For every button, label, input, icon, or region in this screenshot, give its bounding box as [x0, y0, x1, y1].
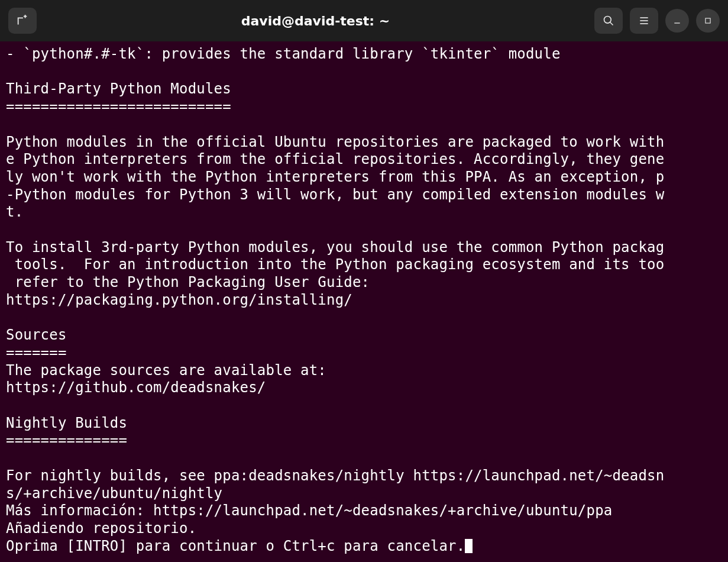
search-icon [603, 15, 614, 27]
svg-point-0 [604, 17, 611, 24]
terminal-viewport[interactable]: - `python#.#-tk`: provides the standard … [0, 41, 728, 562]
svg-line-1 [610, 22, 613, 25]
maximize-icon [704, 17, 712, 25]
titlebar: david@david-test: ~ [0, 0, 728, 41]
terminal-prompt-line: Oprima [INTRO] para continuar o Ctrl+c p… [6, 538, 465, 554]
minimize-icon [672, 16, 682, 25]
minimize-button[interactable] [665, 9, 689, 33]
terminal-cursor [465, 539, 473, 553]
window-title: david@david-test: ~ [43, 14, 588, 28]
new-tab-icon [16, 14, 29, 27]
maximize-button[interactable] [696, 9, 720, 33]
menu-button[interactable] [630, 8, 658, 34]
titlebar-right [594, 8, 720, 34]
search-button[interactable] [594, 8, 623, 34]
new-tab-button[interactable] [8, 8, 37, 34]
hamburger-icon [638, 15, 650, 27]
terminal-output: - `python#.#-tk`: provides the standard … [6, 46, 664, 537]
svg-rect-6 [706, 18, 710, 23]
